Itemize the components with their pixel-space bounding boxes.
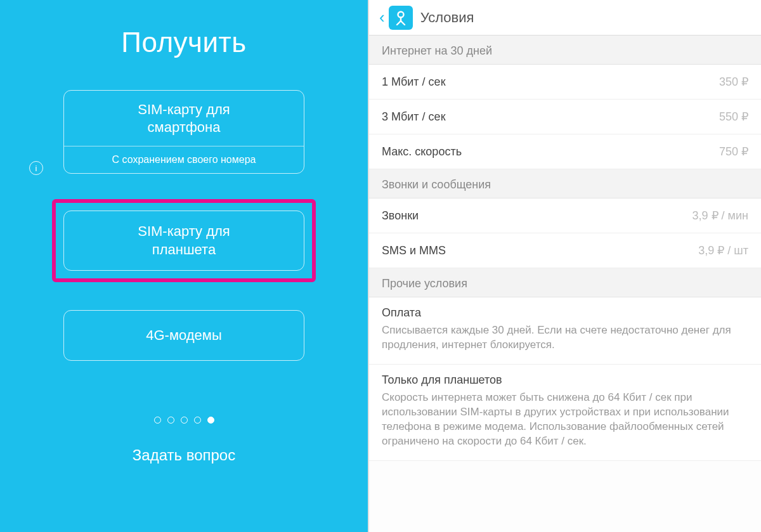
section-calls: Звонки и сообщения [369, 169, 761, 198]
tariff-label: 3 Мбит / сек [382, 110, 446, 124]
tariff-price: 3,9 ₽ / шт [698, 243, 748, 257]
svg-line-2 [397, 21, 401, 25]
header: ‹ Условия [369, 0, 761, 36]
yota-logo-icon [389, 6, 413, 30]
tariff-row[interactable]: 3 Мбит / сек 550 ₽ [369, 100, 761, 134]
sim-phone-option[interactable]: SIM-карту для смартфона С сохранением св… [63, 90, 304, 174]
tariff-price: 550 ₽ [719, 110, 748, 124]
tariff-label: SMS и MMS [382, 244, 446, 257]
tariff-row[interactable]: SMS и MMS 3,9 ₽ / шт [369, 233, 761, 268]
keep-number-button[interactable]: С сохранением своего номера [64, 146, 304, 173]
info-block: Только для планшетов Скорость интернета … [369, 365, 761, 461]
tariff-row[interactable]: 1 Мбит / сек 350 ₽ [369, 65, 761, 100]
tariff-label: Макс. скорость [382, 145, 462, 159]
section-internet: Интернет на 30 дней [369, 36, 761, 65]
tariff-price: 3,9 ₽ / мин [693, 209, 748, 223]
sim-phone-button[interactable]: SIM-карту для смартфона [64, 91, 304, 146]
info-block-body: Списывается каждые 30 дней. Если на счет… [382, 323, 748, 353]
tariff-row[interactable]: Звонки 3,9 ₽ / мин [369, 198, 761, 233]
info-icon[interactable]: i [29, 161, 43, 175]
info-block-body: Скорость интернета может быть снижена до… [382, 391, 748, 449]
svg-line-3 [401, 21, 405, 25]
page-dot[interactable] [167, 417, 174, 424]
sim-tablet-button[interactable]: SIM-карту для планшета [63, 211, 304, 271]
highlight-frame: SIM-карту для планшета [52, 199, 316, 282]
tariff-price: 350 ₽ [719, 75, 748, 89]
info-block-title: Оплата [382, 306, 748, 320]
page-dot[interactable] [181, 417, 188, 424]
back-chevron-icon[interactable]: ‹ [375, 8, 389, 27]
tariff-label: 1 Мбит / сек [382, 75, 446, 89]
page-indicator [154, 417, 214, 424]
ask-question-link[interactable]: Задать вопрос [133, 446, 235, 464]
page-dot[interactable] [207, 417, 214, 424]
info-block: Оплата Списывается каждые 30 дней. Если … [369, 297, 761, 365]
svg-point-0 [398, 11, 403, 17]
page-dot[interactable] [194, 417, 201, 424]
info-icon-glyph: i [36, 164, 37, 173]
page-dot[interactable] [154, 417, 161, 424]
tariff-label: Звонки [382, 209, 419, 223]
modem-button[interactable]: 4G-модемы [63, 310, 304, 361]
section-other: Прочие условия [369, 268, 761, 297]
tariff-price: 750 ₽ [719, 145, 748, 159]
tariff-row[interactable]: Макс. скорость 750 ₽ [369, 134, 761, 169]
onboarding-panel: Получить i SIM-карту для смартфона С сох… [0, 0, 368, 532]
conditions-panel: ‹ Условия Интернет на 30 дней 1 Мбит / с… [368, 0, 761, 532]
header-title: Условия [420, 10, 474, 26]
page-title: Получить [121, 27, 246, 58]
info-block-title: Только для планшетов [382, 373, 748, 387]
